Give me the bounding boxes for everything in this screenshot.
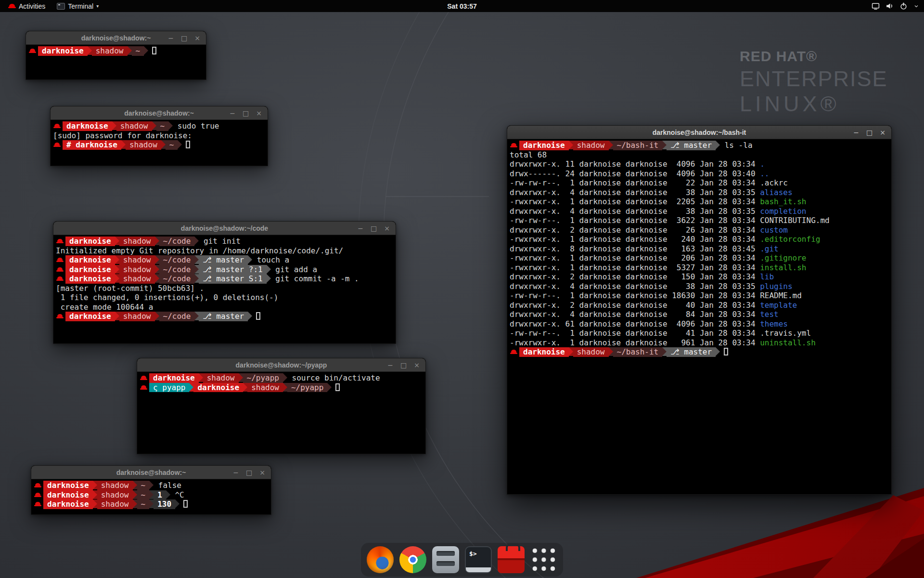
terminal-content[interactable]: darknoiseshadow~/bash-it⎇ master ls -lat… bbox=[507, 139, 891, 494]
prompt-segment-path: ~ bbox=[137, 499, 150, 509]
terminal-content[interactable]: darknoiseshadow~/code git initInitialize… bbox=[53, 235, 396, 343]
terminal-text: .gitignore bbox=[760, 253, 806, 263]
window-title: darknoise@shadow:~/bash-it bbox=[507, 129, 891, 136]
terminal-line: -rwxrwxr-x. 1 darknoise darknoise 2205 J… bbox=[510, 197, 889, 207]
titlebar[interactable]: darknoise@shadow:~ − □ × bbox=[31, 466, 271, 479]
titlebar[interactable]: darknoise@shadow:~/code − □ × bbox=[53, 222, 396, 235]
minimize-button[interactable]: − bbox=[358, 225, 363, 232]
terminal-content[interactable]: darknoiseshadow~ sudo true[sudo] passwor… bbox=[51, 120, 268, 166]
prompt-segment-path: ~ bbox=[166, 140, 178, 150]
terminal-text: drwx------. 24 darknoise darknoise 4096 … bbox=[510, 169, 760, 178]
powerline-separator-icon bbox=[115, 274, 119, 283]
clock[interactable]: Sat 03:57 bbox=[447, 2, 476, 10]
terminal-text: drwxrwxr-x. 11 darknoise darknoise 4096 … bbox=[510, 159, 760, 169]
terminal-line: -rw-rw-r--. 1 darknoise darknoise 41 Jan… bbox=[510, 328, 889, 338]
minimize-button[interactable]: − bbox=[168, 35, 174, 41]
file-manager-icon[interactable] bbox=[432, 546, 459, 573]
app-menu-terminal[interactable]: Terminal ▾ bbox=[52, 0, 103, 12]
powerline-separator-icon bbox=[168, 121, 173, 130]
prompt-segment-path: ~ bbox=[132, 46, 144, 56]
terminal-text: ^C bbox=[170, 490, 184, 499]
terminal-line: darknoiseshadow~/code⎇ master bbox=[56, 312, 393, 321]
terminal-window-home-1: darknoise@shadow:~ − □ × darknoiseshadow… bbox=[26, 31, 206, 80]
terminal-text: custom bbox=[760, 225, 788, 235]
powerline-separator-icon bbox=[155, 255, 159, 264]
prompt-segment-host: shadow bbox=[92, 46, 128, 56]
prompt-segment-user: darknoise bbox=[193, 383, 243, 393]
powerline-separator-icon bbox=[112, 121, 116, 130]
redhat-prompt-icon bbox=[56, 236, 64, 246]
redhat-prompt-icon bbox=[53, 121, 61, 131]
minimize-button[interactable]: − bbox=[853, 129, 859, 136]
maximize-button[interactable]: □ bbox=[400, 362, 407, 368]
minimize-button[interactable]: − bbox=[233, 469, 239, 476]
window-title: darknoise@shadow:~/pyapp bbox=[137, 361, 425, 369]
close-button[interactable]: × bbox=[194, 35, 200, 41]
wallpaper-brand: RED HAT® ENTERPRISE LINUX® bbox=[740, 48, 888, 117]
close-button[interactable]: × bbox=[384, 225, 390, 232]
terminal-text: git commit -a -m . bbox=[271, 274, 359, 283]
minimize-button[interactable]: − bbox=[230, 110, 235, 117]
terminal-text: -rwxrwxr-x. 1 darknoise darknoise 961 Ja… bbox=[510, 338, 760, 347]
terminal-text: -rwxrwxr-x. 1 darknoise darknoise 206 Ja… bbox=[510, 253, 760, 263]
close-button[interactable]: × bbox=[880, 129, 886, 136]
close-button[interactable]: × bbox=[414, 362, 420, 368]
terminal-launcher-icon[interactable]: $> bbox=[465, 546, 492, 573]
terminal-line: drwxrwxr-x. 61 darknoise darknoise 4096 … bbox=[510, 319, 889, 329]
redhat-prompt-icon bbox=[140, 383, 147, 393]
system-status-area[interactable] bbox=[872, 0, 924, 12]
prompt-segment-path: ~/pyapp bbox=[287, 383, 327, 393]
terminal-content[interactable]: darknoiseshadow~/pyapp source bin/activa… bbox=[137, 372, 425, 454]
titlebar[interactable]: darknoise@shadow:~/bash-it − □ × bbox=[507, 126, 891, 139]
terminal-text: ls -la bbox=[720, 141, 752, 150]
terminal-content[interactable]: darknoiseshadow~ bbox=[26, 45, 206, 79]
prompt-segment-git: ⎇ master bbox=[199, 312, 248, 321]
maximize-button[interactable]: □ bbox=[246, 469, 252, 476]
maximize-button[interactable]: □ bbox=[181, 35, 187, 41]
show-applications-icon[interactable] bbox=[530, 546, 557, 573]
terminal-line: Initialized empty Git repository in /hom… bbox=[56, 246, 393, 256]
firefox-icon[interactable] bbox=[367, 546, 394, 573]
titlebar[interactable]: darknoise@shadow:~/pyapp − □ × bbox=[137, 358, 425, 372]
terminal-line: darknoiseshadow~ false bbox=[34, 481, 269, 490]
terminal-cursor bbox=[186, 141, 190, 148]
terminal-text: template bbox=[760, 301, 797, 310]
terminal-line: darknoiseshadow~/bash-it⎇ master ls -la bbox=[510, 141, 889, 150]
powerline-separator-icon bbox=[716, 347, 720, 356]
terminal-line: darknoiseshadow~/code⎇ master touch a bbox=[56, 255, 393, 265]
redhat-prompt-icon bbox=[34, 490, 41, 500]
prompt-segment-user: darknoise bbox=[519, 141, 569, 150]
chrome-icon[interactable] bbox=[399, 546, 426, 573]
prompt-segment-user: darknoise bbox=[43, 499, 93, 509]
minimize-button[interactable]: − bbox=[387, 362, 393, 368]
toolbox-icon[interactable] bbox=[498, 546, 525, 573]
powerline-separator-icon bbox=[166, 490, 170, 499]
powerline-separator-icon bbox=[239, 373, 243, 382]
activities-button[interactable]: Activities bbox=[4, 0, 50, 12]
powerline-separator-icon bbox=[189, 383, 193, 392]
activities-label: Activities bbox=[19, 2, 45, 10]
powerline-separator-icon bbox=[115, 312, 119, 320]
maximize-button[interactable]: □ bbox=[243, 110, 249, 117]
powerline-separator-icon bbox=[115, 236, 119, 245]
terminal-line: -rwxrwxr-x. 1 darknoise darknoise 5327 J… bbox=[510, 263, 889, 273]
redhat-prompt-icon bbox=[56, 312, 64, 321]
titlebar[interactable]: darknoise@shadow:~ − □ × bbox=[26, 31, 206, 45]
terminal-line: -rwxrwxr-x. 1 darknoise darknoise 240 Ja… bbox=[510, 235, 889, 244]
terminal-content[interactable]: darknoiseshadow~ falsedarknoiseshadow~1 … bbox=[31, 479, 271, 514]
powerline-separator-icon bbox=[283, 383, 287, 392]
prompt-segment-host: shadow bbox=[119, 274, 155, 284]
maximize-button[interactable]: □ bbox=[371, 225, 377, 232]
titlebar[interactable]: darknoise@shadow:~ − □ × bbox=[51, 106, 268, 120]
powerline-separator-icon bbox=[155, 265, 159, 274]
prompt-segment-host: shadow bbox=[573, 141, 609, 150]
powerline-separator-icon bbox=[662, 347, 667, 356]
prompt-segment-host: shadow bbox=[97, 490, 133, 500]
terminal-line: darknoiseshadow~ bbox=[28, 46, 204, 56]
close-button[interactable]: × bbox=[259, 469, 265, 476]
window-title: darknoise@shadow:~/code bbox=[53, 224, 396, 232]
close-button[interactable]: × bbox=[256, 110, 262, 117]
powerline-separator-icon bbox=[609, 141, 613, 149]
terminal-text: 1 file changed, 0 insertions(+), 0 delet… bbox=[56, 293, 278, 302]
maximize-button[interactable]: □ bbox=[866, 129, 873, 136]
